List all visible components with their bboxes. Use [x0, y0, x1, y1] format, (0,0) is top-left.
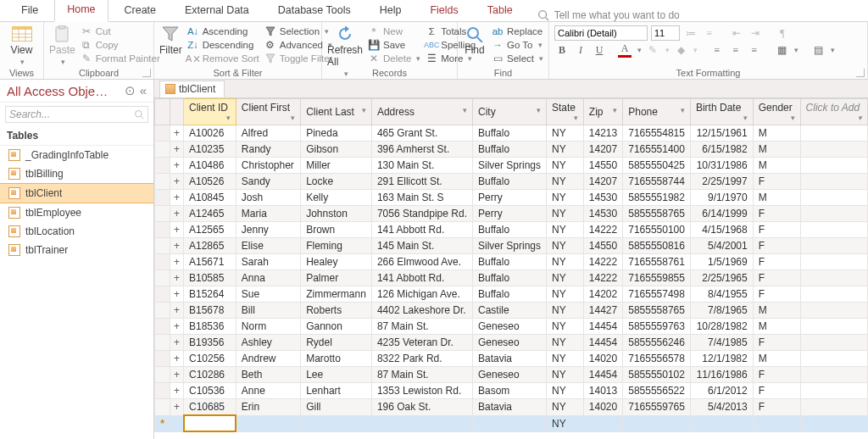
font-size-combo[interactable]	[651, 25, 680, 41]
select-button[interactable]: ▭Select▾	[492, 53, 543, 64]
align-left-button[interactable]: ≡	[709, 42, 725, 58]
cut-button[interactable]: ✂Cut	[81, 25, 160, 37]
tab-fields[interactable]: Fields	[417, 0, 470, 21]
ribbon-tab-strip: File Home Create External Data Database …	[0, 0, 868, 22]
svg-marker-11	[266, 27, 275, 36]
group-title-clipboard: Clipboard	[44, 68, 153, 78]
text-formatting-dialog-launcher[interactable]	[856, 69, 865, 77]
advanced-icon: ⚙	[264, 39, 276, 51]
clipboard-dialog-launcher[interactable]	[142, 69, 151, 77]
group-title-views: Views	[0, 68, 43, 78]
tell-me-search[interactable]: Tell me what you want to do	[537, 9, 680, 21]
group-find: Find abReplace →Go To▾ ▭Select▾ Find	[458, 22, 549, 79]
brush-icon: ✎	[81, 53, 92, 64]
alternate-row-color-button[interactable]: ▤	[810, 42, 826, 58]
selection-icon	[264, 25, 276, 37]
tab-external-data[interactable]: External Data	[172, 0, 262, 21]
group-title-records: Records	[322, 68, 457, 78]
text-direction-button[interactable]: ¶	[775, 25, 790, 41]
remove-sort-icon: A⨯	[187, 53, 199, 64]
group-sort-filter: Filter A↓Ascending Z↓Descending A⨯Remove…	[154, 22, 322, 79]
sigma-icon: Σ	[426, 25, 437, 37]
datasheet-view-icon	[11, 25, 33, 42]
tab-create[interactable]: Create	[112, 0, 170, 21]
new-record-button[interactable]: ＊New	[368, 25, 420, 37]
svg-marker-12	[266, 54, 275, 63]
paste-icon	[51, 25, 73, 42]
scissors-icon: ✂	[81, 25, 92, 37]
tab-home[interactable]: Home	[54, 0, 108, 22]
replace-button[interactable]: abReplace	[492, 25, 543, 37]
toggle-filter-icon	[264, 53, 276, 64]
replace-icon: ab	[492, 25, 504, 37]
bullets-icon[interactable]: ≔	[683, 25, 698, 41]
delete-record-button[interactable]: ✕Delete▾	[368, 53, 420, 64]
svg-marker-10	[163, 27, 178, 41]
group-title-sort-filter: Sort & Filter	[154, 68, 321, 78]
find-button[interactable]: Find	[463, 24, 487, 56]
goto-icon: →	[492, 39, 504, 51]
select-icon: ▭	[492, 53, 504, 64]
funnel-icon	[159, 25, 181, 42]
svg-line-14	[477, 37, 482, 42]
svg-rect-8	[56, 27, 68, 42]
sort-ascending-button[interactable]: A↓Ascending	[187, 25, 259, 37]
view-button[interactable]: View▾	[5, 24, 38, 66]
refresh-icon	[334, 25, 356, 42]
sort-desc-icon: Z↓	[187, 39, 199, 51]
increase-indent-button[interactable]: ⇥	[748, 25, 763, 41]
svg-rect-9	[58, 25, 65, 29]
spelling-icon: ABC	[426, 39, 437, 51]
align-center-button[interactable]: ≡	[728, 42, 743, 58]
copy-button[interactable]: ⧉Copy	[81, 39, 160, 51]
remove-sort-button[interactable]: A⨯Remove Sort	[187, 53, 259, 64]
group-records: Refresh All▾ ＊New 💾Save ✕Delete▾ ΣTotals…	[322, 22, 458, 79]
decrease-indent-button[interactable]: ⇤	[729, 25, 744, 41]
group-title-find: Find	[458, 68, 548, 78]
paste-button[interactable]: Paste▾	[49, 24, 75, 66]
group-text-formatting: ≔ ≡ ⇤ ⇥ ¶ B I U A▾ ✎▾ ◆▾ ≡ ≡ ≡	[549, 22, 868, 79]
align-right-button[interactable]: ≡	[747, 42, 762, 58]
group-clipboard: Paste▾ ✂Cut ⧉Copy ✎Format Painter Clipbo…	[44, 22, 154, 79]
svg-rect-3	[12, 26, 32, 30]
find-icon	[464, 25, 486, 42]
delete-icon: ✕	[368, 53, 380, 64]
more-icon: ☰	[426, 53, 437, 64]
group-views: View▾ Views	[0, 22, 44, 79]
filter-button[interactable]: Filter	[159, 24, 182, 56]
bold-button[interactable]: B	[554, 42, 570, 58]
sort-asc-icon: A↓	[187, 25, 199, 37]
tab-database-tools[interactable]: Database Tools	[265, 0, 364, 21]
ribbon: View▾ Views Paste▾ ✂Cut ⧉Copy ✎Format Pa…	[0, 22, 868, 80]
svg-point-0	[538, 11, 546, 19]
new-icon: ＊	[368, 25, 380, 37]
format-painter-button[interactable]: ✎Format Painter	[81, 53, 160, 64]
font-name-combo[interactable]	[554, 25, 648, 41]
numbering-icon[interactable]: ≡	[702, 25, 717, 41]
group-title-text-formatting: Text Formatting	[549, 68, 867, 78]
svg-line-1	[545, 18, 548, 21]
tab-help[interactable]: Help	[367, 0, 415, 21]
fill-color-button[interactable]: ◆	[673, 42, 688, 58]
underline-button[interactable]: U	[592, 42, 607, 58]
gridlines-button[interactable]: ▦	[774, 42, 789, 58]
svg-point-13	[468, 28, 478, 38]
font-color-button[interactable]: A	[617, 42, 632, 58]
sort-descending-button[interactable]: Z↓Descending	[187, 39, 259, 51]
highlight-button[interactable]: ✎	[645, 42, 660, 58]
search-icon	[537, 9, 549, 21]
save-record-button[interactable]: 💾Save	[368, 39, 420, 51]
copy-icon: ⧉	[81, 39, 92, 51]
tab-table[interactable]: Table	[475, 0, 526, 21]
tab-file[interactable]: File	[8, 0, 51, 21]
save-icon: 💾	[368, 39, 380, 51]
italic-button[interactable]: I	[573, 42, 588, 58]
goto-button[interactable]: →Go To▾	[492, 39, 543, 51]
